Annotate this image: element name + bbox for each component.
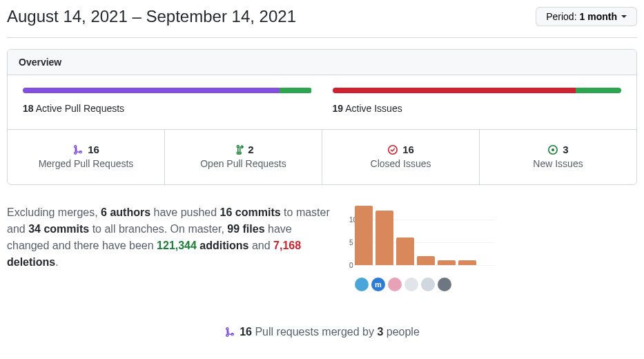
chart-bar: [375, 211, 393, 265]
open-segment: [280, 88, 311, 93]
new-segment: [576, 88, 621, 93]
stat-count: 2: [248, 144, 253, 155]
period-select-button[interactable]: Period: 1 month: [536, 7, 637, 26]
issues-count: 19: [333, 103, 344, 114]
summary-files: 99 files: [227, 223, 264, 235]
avatar[interactable]: [404, 278, 418, 291]
pull-requests-label: 18 Active Pull Requests: [23, 103, 312, 114]
chart-gridline: [352, 265, 494, 266]
merged-pr-summary-heading: 16 Pull requests merged by 3 people: [7, 326, 637, 338]
period-value: 1 month: [580, 11, 617, 22]
chart-bar: [417, 256, 435, 265]
period-label: Period:: [546, 11, 576, 22]
chart-bar: [396, 237, 414, 265]
chart-bar: [438, 260, 456, 265]
stat-count: 3: [563, 144, 568, 155]
summary-deletions-word: deletions: [7, 256, 55, 268]
stat-label: Closed Issues: [328, 158, 474, 169]
summary-additions-word: additions: [197, 240, 249, 251]
summary-authors: 6 authors: [101, 206, 150, 218]
avatar[interactable]: [421, 278, 435, 291]
issues-progress: [333, 88, 622, 93]
summary-additions: 121,344: [157, 240, 197, 251]
summary-pre: Excluding merges,: [7, 206, 101, 218]
pull-requests-bar-col[interactable]: 18 Active Pull Requests: [23, 88, 312, 114]
stat-label: Open Pull Requests: [170, 158, 316, 169]
issue-closed-icon: [387, 144, 398, 155]
stat-new-issues[interactable]: 3New Issues: [480, 130, 636, 184]
summary-end: .: [55, 256, 58, 268]
chart-bars: [355, 206, 476, 265]
overview-bars-row: 18 Active Pull Requests 19 Active Issues: [8, 75, 636, 130]
avatar[interactable]: [355, 278, 369, 291]
overview-heading: Overview: [8, 50, 636, 75]
stat-open-pull-requests[interactable]: 2Open Pull Requests: [165, 130, 322, 184]
summary-commits-master: 16 commits: [220, 206, 281, 218]
footer-mid: Pull requests merged by: [252, 326, 377, 338]
chart-bar: [458, 260, 476, 265]
stat-label: New Issues: [485, 158, 631, 169]
avatar[interactable]: m: [371, 278, 385, 291]
commits-by-author-chart: 0510 m: [342, 204, 494, 291]
summary-text: Excluding merges, 6 authors have pushed …: [7, 204, 331, 271]
summary-deletions: 7,168: [273, 240, 301, 251]
summary-mid3: to all branches. On master,: [89, 223, 227, 235]
footer-people-count: 3: [377, 326, 383, 338]
stat-merged-pull-requests[interactable]: 16Merged Pull Requests: [8, 130, 165, 184]
stat-count: 16: [88, 144, 99, 155]
chevron-down-icon: [621, 15, 627, 18]
closed-segment: [333, 88, 576, 93]
issue-opened-icon: [547, 144, 558, 155]
pull-requests-progress: [23, 88, 312, 93]
stat-label: Merged Pull Requests: [13, 158, 159, 169]
pull-requests-text: Active Pull Requests: [36, 103, 124, 114]
footer-suffix: people: [383, 326, 420, 338]
issues-label: 19 Active Issues: [333, 103, 622, 114]
overview-card: Overview 18 Active Pull Requests 19 Acti…: [7, 49, 637, 185]
date-range-title: August 14, 2021 – September 14, 2021: [7, 7, 296, 26]
git-pull-request-icon: [233, 144, 244, 155]
svg-point-2: [552, 148, 554, 151]
chart-bar: [355, 206, 373, 265]
issues-bar-col[interactable]: 19 Active Issues: [333, 88, 622, 114]
git-merge-icon: [224, 327, 235, 338]
git-merge-icon: [72, 144, 84, 155]
footer-pr-count: 16: [240, 326, 252, 338]
summary-mid1: have pushed: [150, 206, 220, 218]
stat-closed-issues[interactable]: 16Closed Issues: [322, 130, 480, 184]
summary-and: and: [248, 240, 273, 251]
avatar[interactable]: [388, 278, 402, 291]
avatar[interactable]: [438, 278, 451, 291]
merged-segment: [23, 88, 280, 93]
pull-requests-count: 18: [23, 103, 34, 114]
stat-count: 16: [402, 144, 414, 155]
issues-text: Active Issues: [345, 103, 402, 114]
summary-commits-all: 34 commits: [28, 223, 89, 235]
svg-point-0: [389, 145, 397, 153]
overview-stats-row: 16Merged Pull Requests2Open Pull Request…: [8, 130, 636, 184]
